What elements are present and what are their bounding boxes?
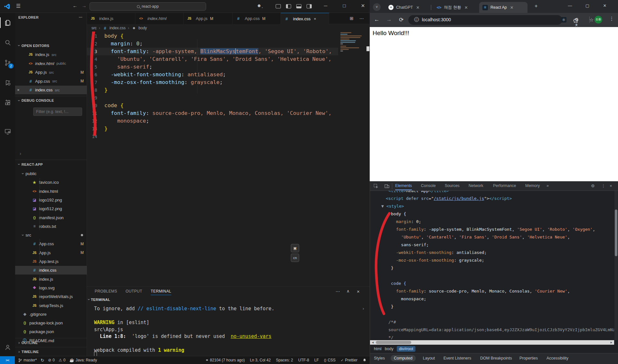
toggle-panel-icon[interactable]: [296, 4, 301, 8]
profile-avatar[interactable]: 진환: [594, 16, 602, 23]
devtools-sidebar-tab-layout[interactable]: Layout: [423, 356, 435, 360]
search-view-icon[interactable]: [2, 37, 13, 48]
tree-file-logo.svg[interactable]: ❖logo.svg: [15, 284, 87, 292]
editor-tab-index.js[interactable]: JSindex.js: [87, 13, 135, 24]
tab-search-chevron-icon[interactable]: ˅: [373, 3, 381, 11]
tree-file-index.html[interactable]: <>index.html: [15, 187, 87, 196]
tree-folder-public[interactable]: ›public: [15, 169, 87, 178]
explorer-icon[interactable]: [2, 17, 13, 28]
editor-more-actions-icon[interactable]: ⋯: [359, 16, 364, 21]
panel-more-actions-icon[interactable]: ⋯: [336, 289, 340, 294]
layout-sidebar-icon[interactable]: [276, 4, 281, 8]
address-bar[interactable]: ⓘ localhost:3000 ⚛ G文 ☆: [408, 15, 562, 25]
status-item-lf[interactable]: LF: [314, 358, 319, 362]
status-item-css[interactable]: {}CSS: [324, 358, 336, 362]
url-text[interactable]: localhost:3000: [422, 17, 451, 22]
devtools-settings-gear-icon[interactable]: ⚙: [591, 183, 595, 188]
split-editor-icon[interactable]: ⊞: [350, 16, 354, 21]
tree-file-index.js[interactable]: JSindex.js: [15, 275, 87, 284]
tree-file-App.test.js[interactable]: JSApp.test.js: [15, 257, 87, 266]
run-debug-icon[interactable]: [2, 77, 13, 88]
status-item-master-[interactable]: master*: [18, 358, 37, 362]
editor-tab-App.css[interactable]: #App.cssM: [233, 13, 281, 24]
dom-crumb-body[interactable]: body: [385, 347, 394, 351]
window-maximize-button[interactable]: □: [341, 3, 348, 8]
tree-file-package-lock.json[interactable]: {}package-lock.json: [15, 319, 87, 327]
tree-file-App.css[interactable]: #App.cssM: [15, 239, 87, 248]
project-section-header[interactable]: ›REACT-APP: [15, 160, 87, 169]
toggle-primary-sidebar-icon[interactable]: [286, 4, 291, 8]
terminal-view-header[interactable]: › TERMINAL ›: [88, 297, 110, 302]
remote-indicator[interactable]: ><: [0, 356, 15, 364]
editor-tab-App.js[interactable]: JSApp.jsM: [184, 13, 233, 24]
tree-file-favicon.ico[interactable]: ★favicon.ico: [15, 178, 87, 187]
panel-tab-terminal[interactable]: TERMINAL: [151, 289, 171, 295]
react-devtools-extension-icon[interactable]: ⚛: [561, 17, 566, 23]
chrome-close-button[interactable]: ✕: [602, 3, 608, 8]
extensions-puzzle-icon[interactable]: [573, 17, 579, 23]
extensions-icon[interactable]: [2, 97, 13, 108]
new-tab-button[interactable]: +: [535, 3, 537, 9]
tree-file-logo192.png[interactable]: ◪logo192.png: [15, 196, 87, 204]
window-minimize-button[interactable]: ─: [322, 3, 329, 8]
tree-file-package.json[interactable]: {}package.json: [15, 327, 87, 336]
open-editors-header[interactable]: ›OPEN EDITORS: [15, 41, 87, 50]
devtools-sidebar-tab-accessibility[interactable]: Accessibility: [547, 356, 568, 360]
devtools-vertical-scrollbar[interactable]: [614, 191, 618, 340]
status-item-82104-7-hours-ago-[interactable]: ⚭82104 (7 hours ago): [205, 358, 245, 362]
bookmark-star-icon[interactable]: ☆: [589, 17, 594, 23]
tree-file-robots.txt[interactable]: ≡robots.txt: [15, 222, 87, 231]
menu-icon[interactable]: ☰: [15, 3, 22, 9]
devtools-sidebar-tab-computed[interactable]: Computed: [391, 355, 416, 361]
tree-file-reportWebVitals.js[interactable]: JSreportWebVitals.js: [15, 292, 87, 301]
breadcrumb-item[interactable]: src: [91, 26, 97, 30]
tab-close-icon[interactable]: ✕: [416, 5, 420, 10]
accounts-icon[interactable]: [2, 342, 13, 352]
timeline-header[interactable]: ›TIMELINE: [15, 347, 87, 356]
chrome-menu-icon[interactable]: ⋮: [609, 16, 614, 22]
open-editor-index.css[interactable]: ×#index.csssrc: [15, 86, 87, 94]
panel-tab-problems[interactable]: PROBLEMS: [95, 289, 117, 294]
scrollbar-thumb[interactable]: [376, 341, 411, 344]
close-icon[interactable]: ×: [17, 88, 22, 92]
tree-file-manifest.json[interactable]: {}manifest.json: [15, 213, 87, 222]
tree-file-index.css[interactable]: #index.css: [15, 266, 87, 275]
device-toolbar-icon[interactable]: [384, 183, 390, 189]
devtools-tab-network[interactable]: Network: [469, 183, 483, 188]
scroll-left-icon[interactable]: ◄: [371, 340, 374, 345]
devtools-tab-sources[interactable]: Sources: [445, 183, 460, 188]
explorer-more-actions-icon[interactable]: ⋯: [79, 15, 82, 19]
tree-file-logo512.png[interactable]: ◪logo512.png: [15, 204, 87, 213]
nav-back-icon[interactable]: ←: [71, 3, 79, 8]
devtools-menu-icon[interactable]: ⋮: [601, 183, 605, 188]
window-close-button[interactable]: ✕: [359, 3, 366, 9]
open-editor-index.js[interactable]: JSindex.jssrc: [15, 50, 87, 59]
tree-file-App.js[interactable]: JSApp.jsM: [15, 248, 87, 257]
outline-header[interactable]: ›OUTLINE: [15, 338, 87, 347]
debug-console-header[interactable]: ›DEBUG CONSOLE: [15, 96, 87, 105]
tree-file-.gitignore[interactable]: ◈.gitignore: [15, 310, 87, 319]
chrome-tab-3[interactable]: ⚛React Ap✕: [479, 2, 528, 13]
inspect-element-icon[interactable]: [373, 183, 379, 189]
back-icon[interactable]: ←: [373, 16, 381, 23]
status-item-utf-8[interactable]: UTF-8: [298, 358, 309, 362]
chrome-tab-2[interactable]: </>채점 현황✕: [433, 2, 477, 13]
chrome-minimize-button[interactable]: —: [567, 3, 573, 8]
scroll-right-icon[interactable]: ►: [610, 340, 613, 345]
panel-close-icon[interactable]: ×: [357, 289, 360, 294]
terminal-launch-chevron-icon[interactable]: ›: [363, 306, 364, 311]
close-icon[interactable]: ×: [314, 16, 316, 21]
breadcrumb[interactable]: src›#index.css›❖body: [87, 24, 370, 32]
open-editor-index.html[interactable]: <>index.htmlpublic: [15, 59, 87, 68]
editor-tab-index.css[interactable]: #index.css×: [281, 13, 329, 24]
status-item-prettier[interactable]: ✓Prettier: [341, 358, 357, 362]
command-center-search[interactable]: react-app: [90, 2, 206, 11]
toggle-secondary-sidebar-icon[interactable]: [307, 4, 312, 8]
devtools-tab-memory[interactable]: Memory: [525, 183, 540, 188]
panel-maximize-icon[interactable]: ∧: [347, 289, 350, 294]
status-item-0[interactable]: ⊘0: [48, 358, 55, 362]
status-item-0[interactable]: ⚠0: [59, 358, 65, 362]
copilot-icon[interactable]: ☻˯: [256, 3, 263, 8]
status-item-spaces-2[interactable]: Spaces: 2: [276, 358, 293, 362]
devtools-tab-performance[interactable]: Performance: [493, 183, 516, 188]
